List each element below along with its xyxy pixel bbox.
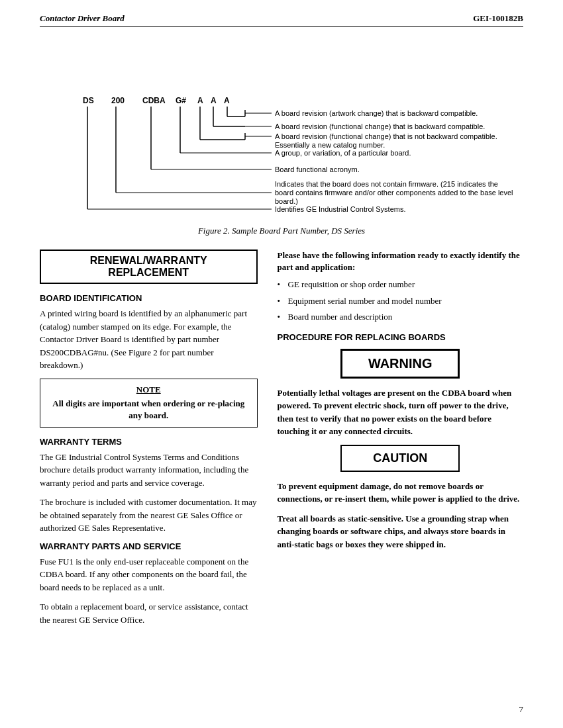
svg-text:Indicates that the board does : Indicates that the board does not contai… xyxy=(275,180,498,188)
left-column: RENEWAL/WARRANTY REPLACEMENT BOARD IDENT… xyxy=(40,250,258,633)
page: Contactor Driver Board GEI-100182B DS 20… xyxy=(0,0,563,728)
diagram-section: DS 200 CDBA G# A A A xyxy=(40,40,523,236)
right-column: Please have the following information re… xyxy=(278,250,524,633)
header-left: Contactor Driver Board xyxy=(40,13,125,24)
caution-para1: To prevent equipment damage, do not remo… xyxy=(278,480,524,506)
svg-text:A board revision (functional c: A board revision (functional change) tha… xyxy=(275,122,485,130)
note-text: All digits are important when ordering o… xyxy=(48,398,249,422)
board-id-title: BOARD IDENTIFICATION xyxy=(40,293,258,303)
right-intro: Please have the following information re… xyxy=(278,250,524,273)
svg-text:board.): board.) xyxy=(275,197,298,205)
svg-text:board contains firmware and/or: board contains firmware and/or other com… xyxy=(275,189,513,197)
svg-text:A group, or variation, of a pa: A group, or variation, of a particular b… xyxy=(275,149,411,157)
warranty-parts-title: WARRANTY PARTS AND SERVICE xyxy=(40,541,258,551)
svg-text:A board revision (functional c: A board revision (functional change) tha… xyxy=(275,132,497,140)
num200-label: 200 xyxy=(111,96,125,105)
warning-label: WARNING xyxy=(356,356,444,371)
svg-text:A board revision (artwork chan: A board revision (artwork change) that i… xyxy=(275,109,478,117)
ds-label: DS xyxy=(83,96,94,105)
a1-label: A xyxy=(197,96,203,105)
warranty-terms-title: WARRANTY TERMS xyxy=(40,437,258,447)
diagram-wrapper: DS 200 CDBA G# A A A xyxy=(40,40,523,219)
list-item: Equipment serial number and model number xyxy=(278,295,524,307)
note-title: NOTE xyxy=(48,385,249,395)
list-item: GE requisition or shop order number xyxy=(278,279,524,291)
figure-caption: Figure 2. Sample Board Part Number, DS S… xyxy=(40,226,523,236)
ghash-label: G# xyxy=(176,96,186,105)
section-title: RENEWAL/WARRANTY REPLACEMENT xyxy=(40,250,258,284)
header-right: GEI-100182B xyxy=(473,13,523,24)
list-item: Board number and description xyxy=(278,311,524,323)
caution-label: CAUTION xyxy=(355,451,445,465)
a2-label: A xyxy=(211,96,217,105)
note-box: NOTE All digits are important when order… xyxy=(40,379,258,428)
svg-text:Board functional acronym.: Board functional acronym. xyxy=(275,165,360,173)
caution-para2: Treat all boards as static-sensitive. Us… xyxy=(278,512,524,551)
page-number: 7 xyxy=(519,704,524,715)
warranty-terms-para1: The GE Industrial Control Systems Terms … xyxy=(40,451,258,490)
part-number-diagram: DS 200 CDBA G# A A A xyxy=(40,40,523,219)
svg-text:Identifies GE Industrial Contr: Identifies GE Industrial Control Systems… xyxy=(275,205,405,213)
warning-box: WARNING xyxy=(340,349,460,379)
procedure-title: PROCEDURE FOR REPLACING BOARDS xyxy=(278,332,524,342)
bullet-list: GE requisition or shop order number Equi… xyxy=(278,279,524,323)
warranty-parts-para2: To obtain a replacement board, or servic… xyxy=(40,600,258,626)
cdba-label: CDBA xyxy=(142,96,166,105)
warranty-terms-para2: The brochure is included with customer d… xyxy=(40,496,258,535)
warranty-parts-para1: Fuse FU1 is the only end-user replaceabl… xyxy=(40,555,258,594)
page-header: Contactor Driver Board GEI-100182B xyxy=(40,13,523,27)
svg-text:Essentially a new catalog numb: Essentially a new catalog number. xyxy=(275,141,385,149)
caution-box: CAUTION xyxy=(340,445,460,472)
board-id-text: A printed wiring board is identified by … xyxy=(40,307,258,372)
a3-label: A xyxy=(224,96,230,105)
warning-text: Potentially lethal voltages are present … xyxy=(278,387,524,438)
two-column-layout: RENEWAL/WARRANTY REPLACEMENT BOARD IDENT… xyxy=(40,250,523,633)
